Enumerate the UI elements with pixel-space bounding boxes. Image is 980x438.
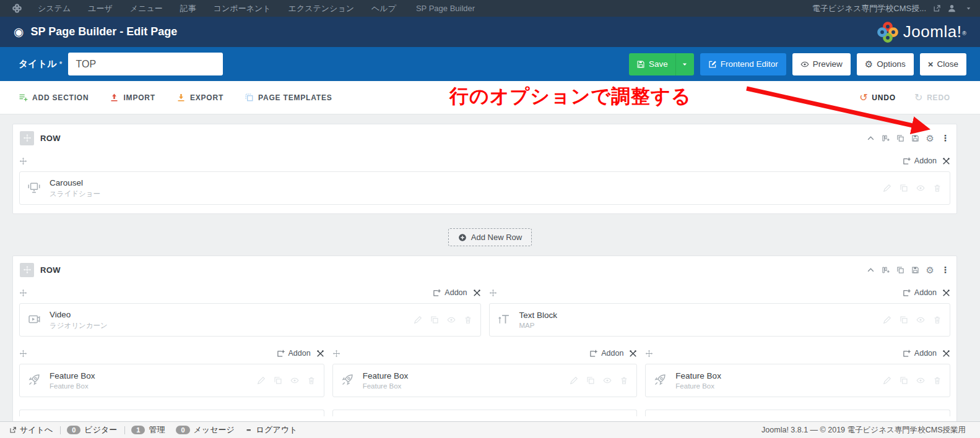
toggle-visibility-icon[interactable] [447, 316, 456, 324]
column-drag-handle-icon[interactable] [332, 350, 340, 358]
admins-count-badge: 1 [131, 426, 145, 434]
user-icon[interactable] [947, 4, 956, 13]
addon-feature-box-3[interactable]: Feature Box Feature Box [645, 364, 950, 397]
add-section-button[interactable]: ADD SECTION [19, 93, 89, 102]
duplicate-addon-icon[interactable] [274, 376, 282, 385]
collapse-icon[interactable] [867, 134, 875, 142]
addon-actions [875, 316, 942, 324]
row-2-header: ROW ⚙ ⋮ [13, 256, 956, 283]
chevron-down-icon[interactable] [966, 6, 971, 11]
column-settings-wrench-icon[interactable] [942, 350, 950, 358]
column-drag-handle-icon[interactable] [645, 350, 653, 358]
delete-addon-icon[interactable] [307, 376, 316, 385]
add-addon-button[interactable]: Addon [277, 349, 311, 358]
duplicate-icon[interactable] [896, 134, 904, 142]
addon-text-block[interactable]: Text Block MAP [489, 303, 951, 337]
row-options-gear-icon[interactable]: ⚙ [926, 265, 934, 275]
edit-addon-icon[interactable] [883, 184, 891, 192]
row-2-column-5: Addon Feature Box Feature Box [645, 345, 950, 397]
kebab-menu-icon[interactable]: ⋮ [941, 265, 950, 274]
toggle-visibility-icon[interactable] [916, 316, 925, 324]
columns-icon[interactable] [882, 134, 890, 142]
column-drag-handle-icon[interactable] [19, 350, 27, 358]
import-label: IMPORT [123, 93, 155, 102]
edit-addon-icon[interactable] [570, 376, 578, 385]
menu-help[interactable]: ヘルプ [363, 3, 405, 14]
delete-addon-icon[interactable] [933, 184, 942, 192]
page-templates-button[interactable]: PAGE TEMPLATES [245, 93, 332, 102]
column-drag-handle-icon[interactable] [19, 289, 27, 297]
menu-system[interactable]: システム [29, 3, 79, 14]
title-input[interactable] [68, 53, 223, 75]
toggle-visibility-icon[interactable] [603, 376, 612, 385]
preview-button[interactable]: Preview [792, 53, 851, 75]
carousel-icon [28, 181, 40, 194]
menu-menus[interactable]: メニュー [121, 3, 171, 14]
toggle-visibility-icon[interactable] [916, 376, 925, 385]
delete-addon-icon[interactable] [933, 376, 942, 385]
add-addon-button[interactable]: Addon [903, 157, 937, 165]
save-button[interactable]: Save [629, 53, 675, 75]
add-addon-button[interactable]: Addon [903, 349, 937, 358]
visitors-status[interactable]: 0 ビジター [67, 424, 117, 436]
close-button[interactable]: × Close [920, 53, 966, 75]
duplicate-addon-icon[interactable] [900, 184, 908, 192]
addon-feature-box-2[interactable]: Feature Box Feature Box [332, 364, 638, 397]
view-site-link[interactable]: サイトへ [9, 424, 53, 436]
admins-status[interactable]: 1 管理 [131, 424, 165, 436]
edit-addon-icon[interactable] [883, 376, 891, 385]
site-name-link[interactable]: 電子ビジネス専門学校CMS授... [812, 3, 926, 14]
addon-carousel[interactable]: Carousel スライドショー [19, 171, 950, 205]
export-button[interactable]: EXPORT [176, 93, 223, 102]
options-button[interactable]: ⚙ Options [857, 53, 914, 75]
collapse-icon[interactable] [867, 266, 875, 274]
duplicate-icon[interactable] [896, 266, 904, 274]
menu-components[interactable]: コンポーネント [205, 3, 280, 14]
column-drag-handle-icon[interactable] [19, 157, 27, 165]
delete-addon-icon[interactable] [464, 316, 472, 324]
save-row-icon[interactable] [911, 266, 919, 274]
duplicate-addon-icon[interactable] [586, 376, 595, 385]
column-settings-wrench-icon[interactable] [942, 157, 950, 165]
import-button[interactable]: IMPORT [110, 93, 155, 102]
column-settings-wrench-icon[interactable] [473, 289, 481, 297]
menu-users[interactable]: ユーザ [79, 3, 121, 14]
delete-addon-icon[interactable] [933, 316, 942, 324]
undo-button[interactable]: ↺ UNDO [859, 93, 896, 103]
menu-extensions[interactable]: エクステンション [280, 3, 363, 14]
messages-status[interactable]: 0 メッセージ [176, 424, 234, 436]
row-drag-handle[interactable] [20, 263, 34, 277]
joomla-menu-icon[interactable] [12, 4, 22, 13]
duplicate-addon-icon[interactable] [900, 376, 908, 385]
row-drag-handle[interactable] [20, 131, 34, 145]
toggle-visibility-icon[interactable] [290, 376, 299, 385]
edit-addon-icon[interactable] [414, 316, 422, 324]
duplicate-addon-icon[interactable] [900, 316, 908, 324]
edit-addon-icon[interactable] [883, 316, 891, 324]
admin-status-bar: サイトへ 0 ビジター 1 管理 0 メッセージ ログアウト Joomla! 3… [0, 421, 980, 438]
frontend-editor-button[interactable]: Frontend Editor [700, 53, 786, 75]
edit-addon-icon[interactable] [257, 376, 266, 385]
add-new-row-button[interactable]: Add New Row [448, 228, 532, 246]
column-settings-wrench-icon[interactable] [629, 350, 637, 358]
menu-content[interactable]: 記事 [171, 3, 205, 14]
row-options-gear-icon[interactable]: ⚙ [926, 134, 934, 143]
column-drag-handle-icon[interactable] [489, 289, 497, 297]
column-settings-wrench-icon[interactable] [316, 350, 324, 358]
toggle-visibility-icon[interactable] [916, 184, 925, 192]
add-addon-button[interactable]: Addon [589, 349, 623, 358]
save-dropdown-toggle[interactable] [675, 53, 694, 75]
add-addon-button[interactable]: Addon [433, 288, 467, 297]
delete-addon-icon[interactable] [620, 376, 628, 385]
redo-button[interactable]: ↻ REDO [914, 93, 950, 103]
logout-link[interactable]: ログアウト [246, 424, 298, 436]
duplicate-addon-icon[interactable] [430, 316, 439, 324]
column-settings-wrench-icon[interactable] [942, 289, 950, 297]
save-row-icon[interactable] [911, 134, 919, 142]
add-addon-button[interactable]: Addon [903, 288, 937, 297]
external-link-icon[interactable] [933, 4, 941, 12]
addon-video[interactable]: Video ラジオリンカーン [19, 303, 481, 337]
kebab-menu-icon[interactable]: ⋮ [941, 134, 950, 142]
addon-feature-box-1[interactable]: Feature Box Feature Box [19, 364, 324, 397]
columns-icon[interactable] [882, 266, 890, 274]
